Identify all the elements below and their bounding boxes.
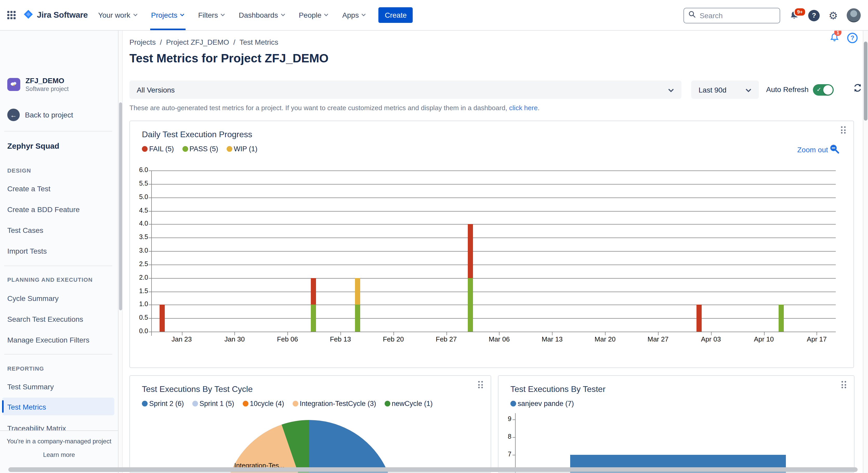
jira-test-metrics-page: Jira Software Your work Projects Filters… [0,0,868,473]
version-filter-select[interactable]: All Versions [129,81,681,99]
notifications-bell-icon[interactable]: 9+ [789,10,799,21]
section-design: DESIGN [7,167,31,174]
refresh-icon[interactable] [853,83,862,95]
chevron-down-icon [745,86,751,94]
sidebar-item-create-a-test[interactable]: Create a Test [7,185,51,193]
sidebar-scrollbar-thumb[interactable] [119,102,122,310]
panel-test-executions-by-tester: Test Executions By Tester sanjeev pande … [498,375,855,473]
nav-item-your-work[interactable]: Your work [98,0,138,30]
sidebar-item-cycle-summary[interactable]: Cycle Summary [7,294,59,303]
breadcrumb-project-zfj-demo[interactable]: Project ZFJ_DEMO [166,38,229,46]
date-range-select[interactable]: Last 90d [691,81,759,99]
vertical-scrollbar[interactable] [863,31,868,473]
search-icon [688,10,696,20]
settings-gear-icon[interactable]: ⚙ [829,10,838,21]
sidebar-item-create-a-bdd-feature[interactable]: Create a BDD Feature [7,205,80,214]
project-name: ZFJ_DEMO [26,76,69,85]
nav-item-people[interactable]: People [299,0,329,30]
panel-test-executions-by-test-cycle: Test Executions By Test Cycle Sprint 2 (… [129,375,491,473]
nav-menu: Your work Projects Filters Dashboards Pe… [98,0,366,30]
breadcrumb: Projects / Project ZFJ_DEMO / Test Metri… [129,38,278,46]
chevron-down-icon [668,86,674,94]
panel-daily-test-execution-progress: Daily Test Execution Progress FAIL (5) P… [129,121,854,368]
top-navigation-bar: Jira Software Your work Projects Filters… [0,0,868,31]
managed-project-note: You're in a company-managed project [0,438,118,445]
auto-refresh-label: Auto Refresh [766,85,808,94]
brand-name: Jira Software [37,10,88,20]
vertical-scrollbar-thumb[interactable] [864,41,867,121]
cycle-pie-chart: Integration-Tes... [130,376,491,472]
sidebar-scrollbar[interactable] [119,31,123,473]
notifications-badge: 9+ [794,7,806,17]
page-help-icon[interactable]: ? [847,32,858,43]
search-input[interactable] [700,11,767,20]
app-switcher-icon[interactable] [7,11,16,20]
breadcrumb-projects[interactable]: Projects [129,38,156,46]
sidebar-footer: You're in a company-managed project Lear… [0,430,118,473]
section-planning: PLANNING AND EXECUTION [7,277,93,283]
project-type: Software project [26,86,69,92]
jira-diamond-icon [23,9,33,21]
click-here-link[interactable]: click here [509,104,538,112]
sidebar-item-test-metrics[interactable]: Test Metrics [7,403,46,411]
project-sidebar: ZFJ_DEMO Software project ← Back to proj… [0,31,119,473]
back-to-project[interactable]: ← Back to project [7,108,73,121]
sidebar-app-title: Zephyr Squad [7,141,59,150]
nav-item-dashboards[interactable]: Dashboards [239,0,285,30]
sidebar-item-test-summary[interactable]: Test Summary [7,383,54,391]
main-content: Projects / Project ZFJ_DEMO / Test Metri… [123,31,868,473]
content-header-icons: 1 ? [829,32,858,43]
create-button[interactable]: Create [379,7,413,23]
section-reporting: REPORTING [7,366,44,372]
nav-item-apps[interactable]: Apps [342,0,366,30]
global-search[interactable] [683,7,780,23]
page-title: Test Metrics for Project ZFJ_DEMO [129,52,329,65]
project-avatar-icon [7,78,20,91]
nav-item-filters[interactable]: Filters [198,0,225,30]
back-arrow-icon: ← [7,108,20,121]
tester-bar-chart: 987 [498,376,854,472]
sidebar-item-import-tests[interactable]: Import Tests [7,247,47,255]
sidebar-item-test-cases[interactable]: Test Cases [7,226,43,234]
breadcrumb-test-metrics[interactable]: Test Metrics [239,38,278,46]
metrics-note: These are auto-generated test metrics fo… [129,104,539,112]
page-notifications-bell-icon[interactable]: 1 [829,32,840,43]
project-header: ZFJ_DEMO Software project [7,76,69,92]
daily-chart-plot: 6.05.55.04.54.03.53.02.52.01.51.00.50.0J… [130,121,854,368]
nav-item-projects[interactable]: Projects [151,0,185,30]
nav-right-cluster: 9+ ? ⚙ [683,0,861,31]
sidebar-item-search-test-executions[interactable]: Search Test Executions [7,315,83,323]
learn-more-link[interactable]: Learn more [0,451,118,459]
jira-logo[interactable]: Jira Software [23,9,88,21]
help-icon[interactable]: ? [808,10,820,21]
horizontal-scrollbar-thumb[interactable] [8,467,858,472]
sidebar-item-manage-execution-filters[interactable]: Manage Execution Filters [7,336,89,344]
user-avatar[interactable] [847,8,861,22]
auto-refresh-toggle[interactable]: ✓ [813,84,834,96]
